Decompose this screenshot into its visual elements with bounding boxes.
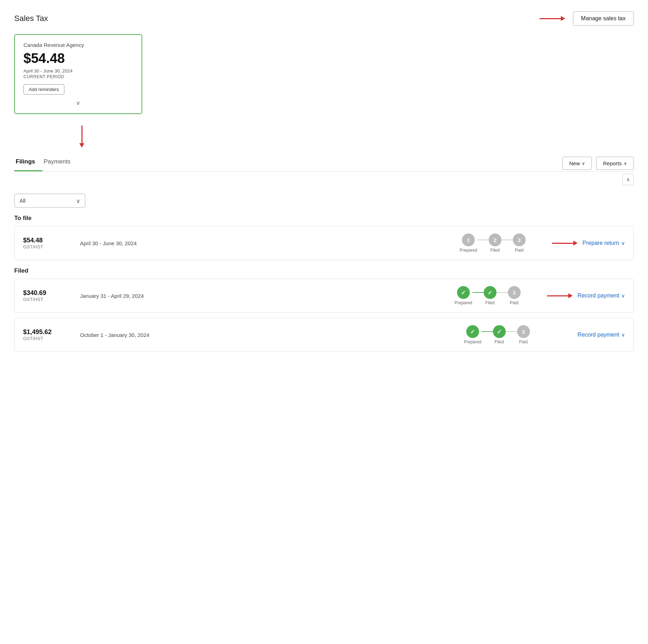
record-payment-arrow-1 — [547, 293, 573, 298]
step-circle-prepared-f1: ✓ — [457, 286, 470, 299]
filed-amount-2: $1,495.62 — [23, 328, 66, 336]
step-circle-paid-f1: 3 — [508, 286, 521, 299]
step-circle-prepared-f2: ✓ — [466, 325, 479, 338]
tabs-row: Filings Payments — [14, 155, 78, 171]
new-button[interactable]: New ∨ — [562, 157, 592, 170]
record-payment-link-2[interactable]: Record payment ∨ — [578, 332, 625, 338]
step-circle-filed: 2 — [489, 234, 501, 246]
prepare-return-link[interactable]: Prepare return ∨ — [583, 240, 625, 246]
step-label-filed: Filed — [490, 248, 500, 253]
filed-item-2: $1,495.62 GST/HST October 1 - January 30… — [14, 318, 634, 352]
filed-type-2: GST/HST — [23, 336, 66, 341]
step-circle-filed-f1: ✓ — [484, 286, 496, 299]
filed-steps-2: ✓ Prepared ✓ Filed 3 Paid — [464, 325, 530, 344]
new-chevron-icon: ∨ — [582, 161, 585, 166]
page-title: Sales Tax — [14, 14, 48, 23]
step-label-prepared: Prepared — [460, 248, 477, 253]
step-circle-filed-f2: ✓ — [493, 325, 506, 338]
step-circle-paid-f2: 3 — [517, 325, 530, 338]
manage-sales-tax-button[interactable]: Manage sales tax — [573, 11, 634, 26]
tab-filings[interactable]: Filings — [14, 155, 42, 171]
filed-amount-block-2: $1,495.62 GST/HST — [23, 328, 66, 341]
step-paid: 3 Paid — [513, 234, 526, 253]
add-reminders-button[interactable]: Add reminders — [23, 84, 64, 95]
step-circle-paid: 3 — [513, 234, 526, 246]
filed-period-2: October 1 - January 30, 2024 — [80, 332, 158, 338]
step-label-paid: Paid — [515, 248, 524, 253]
step-filed-f1: ✓ Filed — [484, 286, 496, 305]
header-arrow-wrapper: Manage sales tax — [535, 11, 634, 26]
collapse-button[interactable]: ∧ — [622, 174, 634, 185]
filed-type-1: GST/HST — [23, 297, 66, 302]
step-connector-1 — [477, 240, 489, 240]
step-connector-f2-2 — [506, 331, 517, 332]
card-expand-chevron[interactable]: ∨ — [23, 100, 133, 106]
filing-amount-block: $54.48 GST/HST — [23, 237, 66, 249]
step-filed: 2 Filed — [489, 234, 501, 253]
tax-amount: $54.48 — [23, 51, 133, 66]
tabs-section: Filings Payments New ∨ Reports ∨ — [14, 155, 634, 171]
step-label-filed-f2: Filed — [495, 339, 504, 344]
step-prepared-f2: ✓ Prepared — [464, 325, 481, 344]
filter-select[interactable]: All — [14, 194, 85, 208]
step-connector-f1-2 — [496, 292, 508, 293]
record-payment-chevron-2-icon: ∨ — [621, 332, 625, 338]
tax-period: April 30 - June 30, 2024 — [23, 68, 133, 74]
step-connector-f2-1 — [482, 331, 493, 332]
step-connector-2 — [501, 240, 513, 240]
prepare-return-chevron-icon: ∨ — [621, 240, 625, 246]
step-label-prepared-f1: Prepared — [455, 300, 472, 305]
filed-amount-1: $340.69 — [23, 289, 66, 297]
step-connector-f1-1 — [472, 292, 484, 293]
step-paid-f2: 3 Paid — [517, 325, 530, 344]
step-label-filed-f1: Filed — [485, 300, 495, 305]
agency-name: Canada Revenue Agency — [23, 42, 133, 48]
step-filed-f2: ✓ Filed — [493, 325, 506, 344]
step-paid-f1: 3 Paid — [508, 286, 521, 305]
filing-steps: 1 Prepared 2 Filed 3 Paid — [460, 234, 525, 253]
manage-arrow-indicator — [540, 16, 565, 21]
to-file-item-1: $54.48 GST/HST April 30 - June 30, 2024 … — [14, 226, 634, 260]
record-payment-chevron-1-icon: ∨ — [621, 293, 625, 299]
filed-period-1: January 31 - April 29, 2024 — [80, 293, 158, 299]
reports-button[interactable]: Reports ∨ — [596, 157, 634, 170]
step-circle-prepared: 1 — [462, 234, 475, 246]
step-label-prepared-f2: Prepared — [464, 339, 481, 344]
page-header: Sales Tax Manage sales tax — [14, 11, 634, 26]
tabs-divider — [14, 171, 634, 172]
current-period-label: CURRENT PERIOD — [23, 74, 133, 79]
filter-row: All — [14, 194, 634, 208]
tab-payments[interactable]: Payments — [42, 155, 78, 171]
step-label-paid-f1: Paid — [510, 300, 519, 305]
reports-chevron-icon: ∨ — [624, 161, 627, 166]
filing-period: April 30 - June 30, 2024 — [80, 240, 158, 246]
to-file-label: To file — [14, 215, 634, 222]
prepare-return-arrow — [552, 241, 578, 246]
filings-down-arrow — [21, 125, 142, 147]
step-label-paid-f2: Paid — [519, 339, 528, 344]
record-payment-link-1[interactable]: Record payment ∨ — [578, 293, 625, 299]
step-prepared: 1 Prepared — [460, 234, 477, 253]
tab-buttons: New ∨ Reports ∨ — [562, 157, 634, 170]
step-prepared-f1: ✓ Prepared — [455, 286, 472, 305]
toolbar-row: ∧ — [14, 177, 634, 185]
filed-item-1: $340.69 GST/HST January 31 - April 29, 2… — [14, 279, 634, 313]
tax-card: Canada Revenue Agency $54.48 April 30 - … — [14, 34, 142, 114]
filed-amount-block-1: $340.69 GST/HST — [23, 289, 66, 302]
filed-steps-1: ✓ Prepared ✓ Filed 3 Paid — [455, 286, 520, 305]
filter-wrapper: All — [14, 194, 85, 208]
filing-amount: $54.48 — [23, 237, 66, 244]
filing-type: GST/HST — [23, 244, 66, 249]
filed-label: Filed — [14, 267, 634, 274]
